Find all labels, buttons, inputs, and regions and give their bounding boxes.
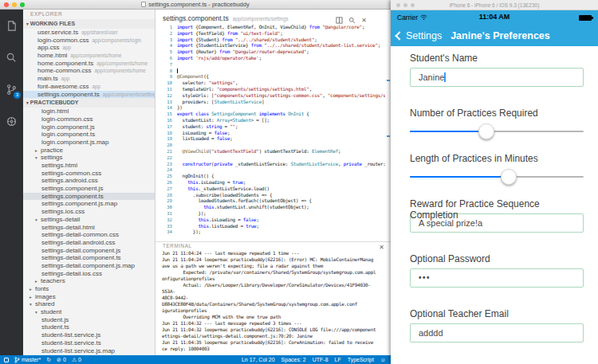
error-count[interactable]: ⊘0 [57,357,66,362]
tree-item[interactable]: settings-detail.android.css [23,239,155,247]
working-file-item[interactable]: home.component.tsapp/components/home [23,60,155,68]
code-line: 7 [155,61,385,68]
code-line: 30 this.studentList.unshift(studentObjec… [155,204,385,210]
tree-item[interactable]: settings.android.css [23,177,155,185]
search-icon[interactable] [0,41,23,73]
tree-item[interactable]: login.component.js.map [23,139,155,147]
working-file-item[interactable]: user.service.tsapp/shared/user [23,29,155,37]
terminal-line: 48C8-9442- [155,295,391,301]
zoom-window-button[interactable] [411,3,415,7]
code-area[interactable]: 1import {Component, ElementRef, OnInit, … [155,24,385,241]
close-editor-icon[interactable]: ✕ [361,17,367,24]
working-file-item[interactable]: settings.component.tsapp/components/sett… [23,91,155,99]
tree-item[interactable]: ▾settings-detail [23,216,155,224]
slider[interactable] [410,123,584,139]
tree-item[interactable]: ▾settings [23,154,155,162]
tree-item[interactable]: settings-detail-common.css [23,231,155,239]
terminal-line: 553A- [155,288,391,295]
tree-item[interactable]: student.js [23,316,155,324]
feedback-square-icon[interactable] [4,358,9,362]
tree-item[interactable]: ▸images [23,293,155,301]
close-window-button[interactable] [396,3,400,7]
tree-item[interactable]: student.ts [23,323,155,331]
project-header[interactable]: ▾PRACTICEBUDDY [23,98,155,108]
terminal-panel[interactable]: TERMINAL ✕ Jun 21 11:04:24 --- last mess… [155,241,391,355]
explorer-sidebar: EXPLORER ▾WORKING FILES user.service.tsa… [23,10,155,355]
status-item[interactable]: TypeScript [348,357,374,362]
field-label: Length of Practices in Minutes [410,153,585,164]
working-files-header[interactable]: ▾WORKING FILES [23,19,155,29]
tree-item[interactable]: settings-detail.component.js.map [23,262,155,270]
sync-icon[interactable]: ↻ [46,357,51,362]
tree-item[interactable]: student-list.service.js [23,331,155,339]
editor-pane[interactable]: settings.component.tsapp/components/sett… [155,10,391,241]
tree-item[interactable]: settings-detail.component.ts [23,254,155,262]
tree-item[interactable]: login.component.ts [23,131,155,139]
slider-knob[interactable] [478,123,494,139]
tree-item[interactable]: student-list.service.ts [23,339,155,347]
status-item[interactable]: UTF-8 [313,357,329,362]
tree-item[interactable]: ▸practice [23,147,155,155]
tree-item[interactable]: settings.component.ts [23,193,155,201]
password-field[interactable]: ••• [410,268,584,288]
code-line: 10 selector: "settings", [155,80,385,86]
tree-item[interactable]: student-list.service.js.map [23,347,155,355]
smiley-icon[interactable]: ☺ [380,357,386,362]
status-item[interactable]: LF [335,357,341,362]
minimize-window-button[interactable] [403,3,407,7]
code-line: 22 [155,155,385,161]
file-tree: login.htmllogin-common.csslogin.componen… [23,108,155,354]
slider-knob[interactable] [501,169,517,185]
text-field[interactable]: A special prize!a [410,213,584,233]
working-file-item[interactable]: home-common.cssapp/components/home [23,67,155,75]
tree-item[interactable]: login.html [23,108,155,115]
field-label: Optional Password [410,253,585,264]
code-line: 4import {StudentListService} from "../..… [155,42,385,49]
tree-item[interactable]: settings.html [23,162,155,170]
battery-icon [579,15,592,21]
text-field[interactable]: Janine [410,68,584,87]
scrollbar-mark [387,135,390,137]
tree-item[interactable]: settings-detail.component.js [23,247,155,255]
field-label: Student's Name [410,53,585,64]
tree-item[interactable]: settings.component.js.map [23,200,155,208]
tree-item[interactable]: settings-common.css [23,170,155,178]
git-icon[interactable]: 3 [0,73,23,105]
tree-item[interactable]: ▾shared [23,300,155,308]
debug-icon[interactable] [0,105,23,137]
tree-item[interactable]: ▾student [23,308,155,316]
terminal-line: onfigurationprofiles [155,276,391,282]
working-file-item[interactable]: app.cssapp [23,44,155,52]
collapse-icon: ▾ [35,217,41,224]
terminal-line: D8843CE80F4B/data/Containers/Shared/Syst… [155,301,391,307]
activity-bar: 3 [0,10,23,355]
slider[interactable] [410,169,584,185]
terminal-line: Jun 21 11:04:24 --- last message repeate… [155,250,391,256]
tree-item[interactable]: ▸fonts [23,285,155,293]
text-field[interactable]: adddd [410,323,584,342]
tree-item[interactable]: settings-detail.ios.css [23,270,155,278]
back-button[interactable]: Settings [396,30,442,41]
git-branch-indicator[interactable]: master* [14,357,41,363]
status-item[interactable]: Ln 17, Col 20 [242,357,275,362]
status-item[interactable]: Spaces: 2 [281,357,306,362]
tree-item[interactable]: settings-detail.html [23,224,155,232]
tree-item[interactable]: login.component.js [23,123,155,131]
working-file-item[interactable]: main.tsapp [23,75,155,83]
vscode-window: settings.component.ts - practicebuddy 3 … [0,0,391,364]
code-line: 24 [155,166,385,173]
terminal-line: ave us a path we weren't expecting; file… [155,263,391,269]
scrollbar-mark [387,80,390,81]
working-file-item[interactable]: home.htmlapp/components/home [23,52,155,60]
tree-item[interactable]: settings.ios.css [23,208,155,216]
ios-status-bar: Carrier 11:04 AM [391,10,598,25]
tree-item[interactable]: settings.component.js [23,185,155,193]
close-panel-icon[interactable]: ✕ [379,244,384,251]
working-file-item[interactable]: font-awesome.cssapp [23,83,155,91]
explorer-icon[interactable] [0,10,23,41]
warning-count[interactable]: ⚠0 [72,357,81,362]
working-file-item[interactable]: login-common.cssapp/components/login [23,37,155,45]
tree-item[interactable]: ▸teachers [23,277,155,285]
tree-item[interactable]: login-common.css [23,115,155,123]
terminal-line: ce reply: 10004003 [155,346,391,352]
